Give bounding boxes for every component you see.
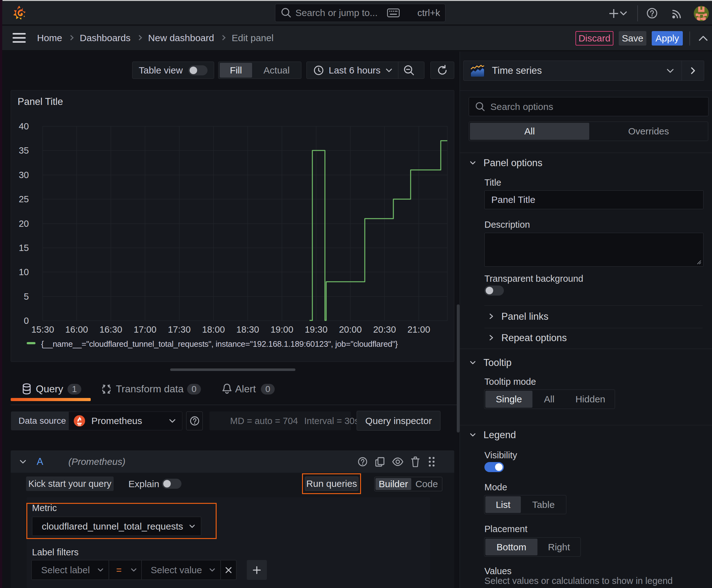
- svg-text:40: 40: [19, 121, 29, 131]
- svg-text:25: 25: [19, 194, 29, 204]
- svg-text:16:00: 16:00: [65, 324, 88, 335]
- svg-text:17:30: 17:30: [168, 324, 191, 335]
- svg-text:15: 15: [19, 243, 29, 253]
- svg-text:21:00: 21:00: [408, 324, 430, 335]
- svg-text:30: 30: [19, 170, 29, 180]
- svg-text:20:00: 20:00: [339, 324, 362, 335]
- svg-text:35: 35: [19, 145, 29, 155]
- svg-text:19:00: 19:00: [271, 324, 294, 335]
- svg-text:18:00: 18:00: [202, 324, 225, 335]
- svg-text:20: 20: [19, 218, 29, 229]
- svg-text:16:30: 16:30: [100, 324, 123, 335]
- svg-text:17:00: 17:00: [134, 324, 157, 335]
- svg-text:10: 10: [19, 267, 29, 277]
- svg-text:0: 0: [24, 316, 29, 326]
- svg-text:18:30: 18:30: [236, 324, 259, 335]
- svg-text:19:30: 19:30: [305, 324, 328, 335]
- svg-text:5: 5: [24, 292, 29, 301]
- svg-text:20:30: 20:30: [373, 324, 396, 335]
- svg-text:15:30: 15:30: [31, 324, 54, 335]
